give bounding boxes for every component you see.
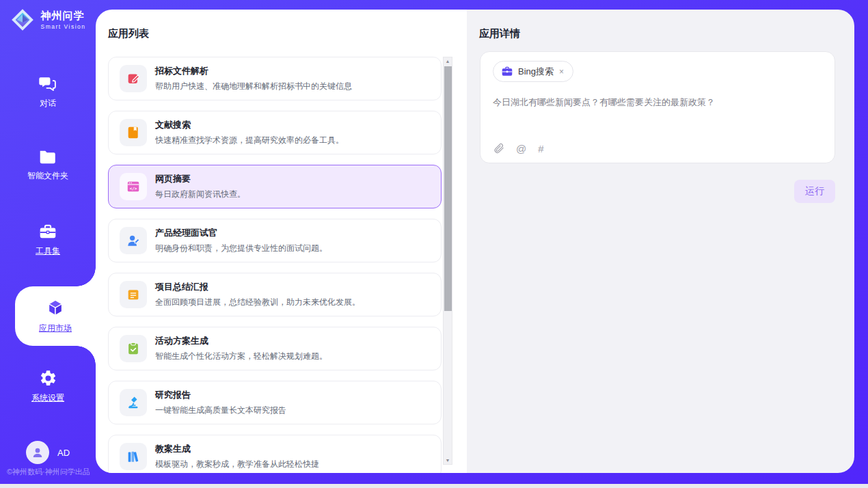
sidebar-item-label: 智能文件夹 (27, 170, 68, 182)
app-list-panel: 应用列表 招标文件解析 帮助用户快速、准确地理解和解析招标书中的关键信息 文献搜… (96, 10, 467, 473)
scroll-down-icon[interactable]: ▼ (444, 458, 452, 463)
sidebar-item-app-market[interactable]: 应用市场 (15, 286, 96, 346)
sidebar-item-settings[interactable]: 系统设置 (0, 369, 96, 404)
app-card[interactable]: 研究报告 一键智能生成高质量长文本研究报告 (108, 381, 442, 424)
summary-note-icon (126, 287, 141, 302)
app-card-name: 产品经理面试官 (155, 227, 327, 239)
sidebar-item-chat[interactable]: 对话 (0, 75, 96, 109)
app-card-desc: 模板驱动，教案秒成，教学准备从此轻松快捷 (155, 459, 319, 470)
sidebar-item-label: 工具集 (36, 245, 60, 257)
app-card-desc: 一键智能生成高质量长文本研究报告 (155, 405, 286, 416)
app-list-title: 应用列表 (96, 10, 467, 40)
content-area: 应用列表 招标文件解析 帮助用户快速、准确地理解和解析招标书中的关键信息 文献搜… (96, 10, 854, 473)
app-icon-tile: </> (120, 173, 147, 200)
sidebar-item-smart-folder[interactable]: 智能文件夹 (0, 149, 96, 182)
app-card-name: 文献搜索 (155, 119, 344, 131)
svg-text:</>: </> (130, 186, 137, 191)
tool-chip-label: Bing搜索 (518, 66, 554, 78)
app-icon-tile (120, 389, 147, 416)
app-card[interactable]: 项目总结汇报 全面回顾项目进展，总结经验教训，助力未来优化发展。 (108, 273, 442, 316)
prompt-input[interactable]: 今日湖北有哪些新闻要点？有哪些需要关注的最新政策？ (493, 96, 822, 142)
prompt-card: Bing搜索 × 今日湖北有哪些新闻要点？有哪些需要关注的最新政策？ @ # (480, 51, 835, 163)
clipboard-check-icon (126, 341, 141, 356)
paperclip-icon[interactable] (493, 142, 504, 154)
web-code-icon: </> (126, 179, 141, 194)
tool-chip-bing-search[interactable]: Bing搜索 × (493, 61, 573, 82)
user-account[interactable]: AD (0, 441, 96, 464)
app-card-desc: 每日政府新闻资讯快查。 (155, 189, 245, 200)
toolbox-icon (38, 223, 57, 241)
brand-logo: 神州问学 Smart Vision (0, 7, 96, 33)
sidebar-item-label: 应用市场 (39, 323, 72, 334)
book-icon (126, 125, 141, 140)
app-icon-tile (120, 443, 147, 470)
app-card-desc: 全面回顾项目进展，总结经验教训，助力未来优化发展。 (155, 297, 360, 308)
books-icon (126, 449, 141, 464)
app-frame: 神州问学 Smart Vision 对话 智能文件夹 工具集 (0, 0, 868, 484)
app-card[interactable]: 教案生成 模板驱动，教案秒成，教学准备从此轻松快捷 (108, 435, 442, 473)
brand-diamond-icon (10, 7, 36, 33)
sidebar: 神州问学 Smart Vision 对话 智能文件夹 工具集 (0, 0, 96, 484)
briefcase-icon (501, 66, 513, 77)
app-detail-title: 应用详情 (467, 10, 854, 40)
app-card[interactable]: 活动方案生成 智能生成个性化活动方案，轻松解决规划难题。 (108, 327, 442, 370)
app-icon-tile (120, 335, 147, 362)
scroll-up-icon[interactable]: ▲ (444, 59, 452, 64)
avatar (26, 441, 49, 464)
app-icon-tile (120, 119, 147, 146)
gear-icon (39, 369, 57, 388)
brand-subtitle: Smart Vision (40, 23, 85, 30)
cube-icon (45, 298, 66, 318)
scrollbar[interactable]: ▲ ▼ (443, 57, 452, 465)
attachment-toolbar: @ # (493, 142, 822, 154)
app-list: 招标文件解析 帮助用户快速、准确地理解和解析招标书中的关键信息 文献搜索 快速精… (96, 56, 467, 473)
app-card-desc: 智能生成个性化活动方案，轻松解决规划难题。 (155, 351, 327, 362)
user-name: AD (57, 448, 70, 458)
app-card[interactable]: 产品经理面试官 明确身份和职责，为您提供专业性的面试问题。 (108, 219, 442, 262)
at-icon[interactable]: @ (516, 143, 526, 154)
app-card-desc: 快速精准查找学术资源，提高研究效率的必备工具。 (155, 135, 344, 146)
app-card-name: 招标文件解析 (155, 65, 352, 77)
app-card-name: 项目总结汇报 (155, 281, 360, 293)
app-card-desc: 帮助用户快速、准确地理解和解析招标书中的关键信息 (155, 81, 352, 92)
app-icon-tile (120, 281, 147, 308)
sidebar-item-toolset[interactable]: 工具集 (0, 223, 96, 257)
sidebar-item-label: 对话 (40, 98, 56, 109)
brand-name: 神州问学 (40, 10, 85, 23)
app-icon-tile (120, 65, 147, 92)
app-card-desc: 明确身份和职责，为您提供专业性的面试问题。 (155, 243, 327, 254)
app-card-name: 教案生成 (155, 443, 319, 455)
app-icon-tile (120, 227, 147, 254)
person-icon (31, 446, 44, 459)
copyright-text: ©神州数码·神州问学出品 (0, 467, 103, 477)
folder-icon (38, 149, 57, 165)
app-detail-panel: 应用详情 Bing搜索 × 今日湖北有哪些新闻要点？有哪些需要关注的最新政策？ … (467, 10, 854, 473)
app-card-name: 活动方案生成 (155, 335, 327, 347)
scrollbar-thumb[interactable] (444, 66, 452, 311)
run-button[interactable]: 运行 (794, 180, 835, 203)
microscope-icon (126, 395, 141, 410)
chat-icon (38, 75, 57, 93)
app-card-name: 研究报告 (155, 389, 286, 401)
close-icon[interactable]: × (558, 67, 565, 77)
app-card[interactable]: 招标文件解析 帮助用户快速、准确地理解和解析招标书中的关键信息 (108, 57, 442, 100)
edit-doc-icon (126, 71, 141, 86)
app-card[interactable]: 文献搜索 快速精准查找学术资源，提高研究效率的必备工具。 (108, 111, 442, 154)
sidebar-item-label: 系统设置 (31, 392, 64, 404)
hash-icon[interactable]: # (538, 143, 543, 154)
app-card[interactable]: </> 网页摘要 每日政府新闻资讯快查。 (108, 165, 442, 208)
interviewer-icon (126, 233, 141, 248)
app-card-name: 网页摘要 (155, 173, 245, 185)
